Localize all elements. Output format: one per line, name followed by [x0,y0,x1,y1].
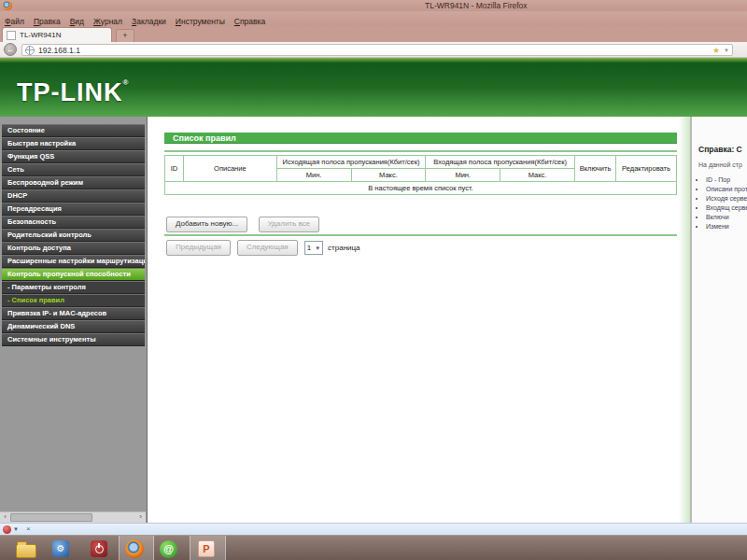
section-title: Список правил [164,133,677,144]
tplink-banner: TP-LINK® [0,58,747,117]
col-egress-max: Макс. [351,169,426,182]
menu-item[interactable]: Инструменты [176,17,225,26]
col-egress-min: Мин. [276,169,351,182]
col-description: Описание [183,156,276,182]
addonbar-close-icon[interactable]: × [26,525,31,533]
add-new-button[interactable]: Добавить новую... [166,217,247,232]
sidebar-item[interactable]: Расширенные настройки маршрутизации [2,255,145,268]
sidebar-item[interactable]: Функция QSS [2,150,145,163]
tab-favicon-icon [7,31,16,40]
file-manager-icon[interactable] [16,539,36,558]
navigation-bar: ← 192.168.1.1 ★ ▼ [0,42,747,58]
sidebar-item[interactable]: Переадресация [2,203,145,216]
sidebar-item[interactable]: Безопасность [2,216,145,229]
tplink-logo-text: TP-LINK [17,78,122,106]
firefox-logo-icon [3,1,12,10]
folder-icon [16,544,36,558]
firefox-icon[interactable] [125,539,144,558]
new-tab-button[interactable]: + [116,29,134,43]
router-page: СостояниеБыстрая настройкаФункция QSSСет… [0,117,747,523]
menu-item[interactable]: Справка [234,17,265,26]
select-caret-icon: ▼ [315,245,320,251]
rules-table: ID Описание Исходящая полоса пропускания… [164,155,677,195]
help-bullet-list: ID - ПорОписани протокоИсходя серверВход… [706,176,747,232]
page-label: страница [328,244,359,252]
col-ingress-max: Макс. [500,169,575,182]
sidebar: СостояниеБыстрая настройкаФункция QSSСет… [0,117,148,523]
delete-all-button[interactable]: Удалить все [259,217,319,232]
next-page-button[interactable]: Следующая [237,240,298,256]
content-right-margin [679,117,690,523]
help-intro: На данной стр [698,161,742,168]
col-id: ID [165,156,184,182]
sidebar-item[interactable]: Контроль пропускной способности [2,268,145,281]
col-enable: Включить [575,156,616,182]
url-text[interactable]: 192.168.1.1 [38,46,712,55]
scroll-right-icon[interactable]: › [135,512,146,523]
divider-line [164,150,677,152]
menu-item[interactable]: Закладки [132,17,166,26]
adblock-caret-icon[interactable]: ▼ [13,526,19,532]
sidebar-item[interactable]: Состояние [2,124,145,137]
adblock-icon[interactable] [3,525,11,534]
addon-bar: ▼ × [0,523,747,535]
power-icon[interactable] [91,540,107,557]
sidebar-item[interactable]: DHCP [2,189,145,203]
screen: TL-WR941N - Mozilla Firefox ФайлПравкаВи… [0,0,747,560]
previous-page-button[interactable]: Предыдущая [166,240,231,256]
page-select-value: 1 [307,244,311,252]
help-bullet: Исходя сервер [706,195,747,202]
help-panel: Справка: С На данной стр ID - ПорОписани… [693,117,747,523]
tplink-logo: TP-LINK® [17,78,129,107]
sidebar-item[interactable]: Сеть [2,163,145,176]
menu-bar: ФайлПравкаВидЖурналЗакладкиИнструментыСп… [0,11,747,26]
col-ingress-min: Мин. [426,169,500,182]
menu-item[interactable]: Правка [34,17,61,26]
tab-title: TL-WR941N [20,31,61,39]
scroll-left-icon[interactable]: ‹ [0,512,10,523]
help-bullet: Входящ серверо [706,204,747,211]
sidebar-menu: СостояниеБыстрая настройкаФункция QSSСет… [2,124,145,346]
powerpoint-icon[interactable]: P [198,540,215,557]
empty-list-message: В настоящее время список пуст. [165,182,677,195]
scrollbar-thumb[interactable] [10,513,92,522]
sidebar-item[interactable]: Динамический DNS [2,320,145,333]
action-buttons: Добавить новую... Удалить все [166,213,326,232]
sidebar-item[interactable]: Быстрая настройка [2,137,145,150]
window-title: TL-WR941N - Mozilla Firefox [425,1,528,10]
sidebar-item[interactable]: Родительский контроль [2,229,145,242]
bookmark-star-icon[interactable]: ★ [712,46,720,55]
power-bar-icon [98,543,100,548]
sidebar-horizontal-scrollbar[interactable]: ‹ › [0,511,146,523]
back-button[interactable]: ← [4,43,17,56]
tab-active[interactable]: TL-WR941N [2,27,112,42]
help-bullet: Включи [706,214,747,220]
site-globe-icon [25,46,35,55]
tab-strip: TL-WR941N + [0,26,747,42]
pagination: Предыдущая Следующая 1▼ страница [166,240,360,256]
menu-item[interactable]: Журнал [93,17,122,26]
menu-item[interactable]: Файл [5,17,24,26]
url-dropdown-icon[interactable]: ▼ [724,48,729,53]
sidebar-item[interactable]: - Параметры контроля [2,281,145,294]
col-ingress-group: Входящая полоса пропускания(Кбит/сек) [426,156,575,169]
window-titlebar: TL-WR941N - Mozilla Firefox [0,0,747,11]
help-bullet: Описани протоко [706,186,747,192]
system-settings-icon[interactable]: ⚙ [52,540,69,557]
help-bullet: ID - Пор [706,176,747,183]
sidebar-item[interactable]: Контроль доступа [2,242,145,255]
divider-line [164,234,677,236]
help-bullet: Измени [706,223,747,230]
mail-agent-icon[interactable]: @ [160,540,177,558]
sidebar-item[interactable]: Привязка IP- и MAC-адресов [2,307,145,320]
registered-mark: ® [122,78,129,87]
sidebar-item[interactable]: - Список правил [2,294,145,307]
sidebar-item[interactable]: Беспроводной режим [2,176,145,189]
taskbar: ⚙ @ P [0,535,747,560]
url-bar[interactable]: 192.168.1.1 ★ ▼ [21,44,733,56]
menu-item[interactable]: Вид [70,17,84,26]
help-title: Справка: С [698,145,742,154]
col-edit: Редактировать [615,156,676,182]
page-select[interactable]: 1▼ [304,241,323,255]
sidebar-item[interactable]: Системные инструменты [2,333,145,346]
